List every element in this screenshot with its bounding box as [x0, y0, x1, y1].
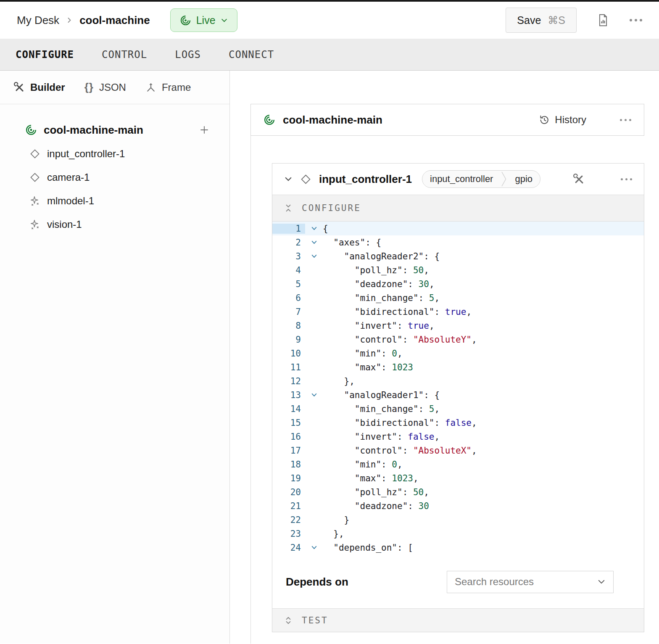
- fold-toggle[interactable]: [305, 225, 323, 232]
- code-line[interactable]: 13 "analogReader1": {: [272, 388, 644, 402]
- save-button[interactable]: Save ⌘S: [506, 8, 577, 33]
- test-section-label: TEST: [302, 615, 328, 626]
- tree-item-input-controller[interactable]: input_controller-1: [0, 142, 229, 166]
- resource-menu-button[interactable]: [606, 178, 632, 180]
- tree-item-mlmodel[interactable]: mlmodel-1: [0, 189, 229, 213]
- tree-root-part[interactable]: cool-machine-main: [0, 118, 229, 142]
- code-line[interactable]: 11"max": 1023: [272, 360, 644, 374]
- line-number: 12: [272, 376, 305, 386]
- resource-type-badge: input_controller gpio: [422, 170, 540, 188]
- service-sparkle-icon: [29, 195, 40, 206]
- machine-report-button[interactable]: [598, 14, 609, 26]
- ellipsis-icon: [621, 178, 632, 180]
- code-text: "control": "AbsoluteX",: [355, 446, 477, 456]
- code-line[interactable]: 12},: [272, 374, 644, 388]
- configure-section-toggle[interactable]: CONFIGURE: [272, 195, 644, 222]
- code-line[interactable]: 7"bidirectional": true,: [272, 305, 644, 319]
- code-text: "min": 0,: [355, 459, 403, 470]
- add-component-button[interactable]: [199, 125, 209, 135]
- fold-toggle[interactable]: [305, 391, 323, 399]
- code-line[interactable]: 24 "depends_on": [: [272, 541, 644, 554]
- curly-braces-icon: {}: [84, 81, 94, 94]
- machine-card-menu-button[interactable]: [603, 119, 631, 121]
- tree-item-label: input_controller-1: [47, 148, 125, 160]
- tools-icon: [573, 174, 585, 185]
- breadcrumb-root-link[interactable]: My Desk: [17, 14, 59, 27]
- history-label: History: [555, 114, 586, 126]
- resource-card-input-controller: input_controller-1 input_controller gpio: [272, 163, 644, 632]
- tab-connect[interactable]: CONNECT: [229, 49, 274, 61]
- fold-toggle[interactable]: [305, 239, 323, 246]
- code-text: "poll_hz": 50,: [355, 487, 429, 497]
- tree-item-label: mlmodel-1: [47, 195, 94, 207]
- code-text: },: [333, 529, 344, 539]
- line-number: 2: [272, 238, 305, 248]
- code-line[interactable]: 3 "analogReader2": {: [272, 249, 644, 263]
- code-line[interactable]: 21"deadzone": 30: [272, 499, 644, 513]
- live-status-dropdown[interactable]: Live: [170, 8, 237, 32]
- resource-card-header: input_controller-1 input_controller gpio: [272, 164, 644, 195]
- history-button[interactable]: History: [539, 114, 586, 126]
- service-sparkle-icon: [29, 219, 40, 230]
- code-line[interactable]: 16"invert": false,: [272, 430, 644, 443]
- badge-divider: [501, 171, 507, 187]
- machine-menu-button[interactable]: [630, 19, 642, 21]
- code-text: "max": 1023,: [355, 473, 419, 483]
- mode-frame-label: Frame: [162, 82, 191, 93]
- code-line[interactable]: 22}: [272, 513, 644, 527]
- mode-json-label: JSON: [99, 82, 126, 93]
- tree-item-label: camera-1: [47, 172, 90, 183]
- live-broadcast-icon: [180, 15, 191, 26]
- line-number: 8: [272, 321, 305, 331]
- collapse-card-button[interactable]: [284, 175, 293, 183]
- test-section-toggle[interactable]: TEST: [272, 608, 644, 632]
- code-line[interactable]: 1 {: [272, 222, 644, 235]
- line-number: 16: [272, 432, 305, 442]
- mode-builder-label: Builder: [30, 82, 65, 93]
- top-bar: My Desk cool-machine Live Save ⌘S: [0, 2, 659, 39]
- code-line[interactable]: 14"min_change": 5,: [272, 402, 644, 416]
- fold-chevron-icon: [311, 239, 318, 246]
- code-line[interactable]: 5"deadzone": 30,: [272, 277, 644, 291]
- depends-resource-select[interactable]: Search resources: [447, 571, 614, 593]
- code-text: "depends_on": [: [333, 543, 413, 553]
- code-line[interactable]: 6"min_change": 5,: [272, 291, 644, 305]
- code-line[interactable]: 15"bidirectional": false,: [272, 416, 644, 430]
- code-line[interactable]: 9"control": "AbsoluteY",: [272, 333, 644, 346]
- tree-item-camera[interactable]: camera-1: [0, 166, 229, 189]
- code-line[interactable]: 17"control": "AbsoluteX",: [272, 443, 644, 457]
- mode-builder[interactable]: Builder: [14, 82, 65, 93]
- code-line[interactable]: 8"invert": true,: [272, 319, 644, 333]
- configure-main-panel: cool-machine-main History: [230, 71, 659, 644]
- tab-configure[interactable]: CONFIGURE: [16, 49, 74, 61]
- code-line[interactable]: 18"min": 0,: [272, 457, 644, 471]
- code-text: "analogReader1": {: [344, 390, 440, 400]
- mode-frame[interactable]: Frame: [145, 82, 191, 93]
- tree-item-vision[interactable]: vision-1: [0, 213, 229, 236]
- save-label: Save: [517, 14, 541, 26]
- code-line[interactable]: 19"max": 1023,: [272, 471, 644, 485]
- line-number: 9: [272, 335, 305, 345]
- configure-sidebar: Builder {} JSON Frame: [0, 71, 230, 644]
- code-line[interactable]: 2 "axes": {: [272, 235, 644, 249]
- code-text: "invert": true,: [355, 321, 435, 331]
- fold-toggle[interactable]: [305, 253, 323, 260]
- tab-control[interactable]: CONTROL: [102, 49, 147, 61]
- tools-icon: [14, 82, 25, 93]
- fold-chevron-icon: [311, 253, 318, 260]
- code-line[interactable]: 10"min": 0,: [272, 346, 644, 360]
- top-bar-actions: Save ⌘S: [506, 8, 642, 33]
- resource-type-label: input_controller: [422, 174, 501, 185]
- code-text: "min": 0,: [355, 348, 403, 359]
- code-line[interactable]: 4"poll_hz": 50,: [272, 263, 644, 277]
- mode-json[interactable]: {} JSON: [84, 81, 126, 94]
- resource-tools-button[interactable]: [573, 174, 585, 185]
- tab-logs[interactable]: LOGS: [175, 49, 201, 61]
- frame-axes-icon: [145, 82, 156, 93]
- code-line[interactable]: 23},: [272, 527, 644, 541]
- code-line[interactable]: 20"poll_hz": 50,: [272, 485, 644, 499]
- code-editor[interactable]: 1 {2 "axes": {3 "analogReader2": {4"poll…: [272, 222, 644, 555]
- fold-toggle[interactable]: [305, 544, 323, 551]
- fold-chevron-icon: [311, 225, 318, 232]
- line-number: 10: [272, 348, 305, 359]
